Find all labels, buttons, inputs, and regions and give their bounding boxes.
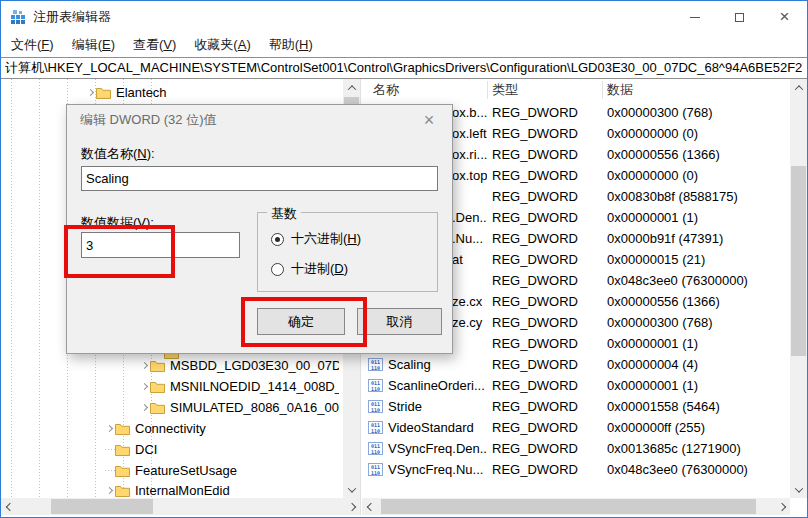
maximize-icon: [735, 13, 744, 22]
reg-dword-icon: [368, 358, 383, 371]
column-header-name[interactable]: 名称: [373, 79, 399, 101]
tree-item-label: Elantech: [116, 85, 167, 100]
value-name-input[interactable]: [81, 166, 438, 191]
tree-guide-line: [11, 79, 12, 497]
folder-icon: [115, 423, 130, 435]
reg-dword-icon: [368, 421, 383, 434]
scroll-right-button[interactable]: [773, 498, 790, 515]
registry-editor-window: 注册表编辑器 文件(F) 编辑(E) 查看(V) 收藏夹(A) 帮助(H): [0, 0, 808, 518]
menu-edit[interactable]: 编辑(E): [63, 33, 124, 57]
tree-item-label: SIMULATED_8086_0A16_0000000: [170, 400, 339, 415]
column-header-data[interactable]: 数据: [607, 79, 633, 101]
expand-chevron-icon[interactable]: [139, 377, 150, 396]
value-row-stride[interactable]: StrideREG_DWORD0x00001558 (5464): [362, 396, 790, 417]
scroll-up-button[interactable]: [343, 79, 360, 96]
window-title: 注册表编辑器: [33, 8, 111, 26]
value-name-label: 数值名称(N):: [81, 145, 155, 163]
minimize-icon: [690, 17, 700, 18]
value-row-scaling[interactable]: ScalingREG_DWORD0x00000004 (4): [362, 354, 790, 375]
dialog-close-icon[interactable]: [407, 106, 451, 134]
expand-chevron-icon[interactable]: [139, 398, 150, 417]
folder-icon: [115, 444, 130, 456]
radio-button-icon: [271, 233, 284, 246]
dialog-title: 编辑 DWORD (32 位)值: [80, 105, 217, 135]
column-separator[interactable]: [487, 81, 488, 99]
scrollbar-thumb[interactable]: [51, 499, 153, 514]
radio-button-icon: [271, 263, 284, 276]
value-row-videostandard[interactable]: VideoStandardREG_DWORD0x000000ff (255): [362, 417, 790, 438]
dialog-title-bar: 编辑 DWORD (32 位)值: [67, 105, 452, 135]
highlight-ok-button-box: [241, 297, 367, 347]
scrollbar-thumb[interactable]: [791, 166, 806, 356]
menu-bar: 文件(F) 编辑(E) 查看(V) 收藏夹(A) 帮助(H): [1, 33, 807, 57]
scrollbar-thumb[interactable]: [381, 499, 756, 514]
column-header-type[interactable]: 类型: [492, 79, 518, 101]
tree-item-msbdd[interactable]: MSBDD_LGD03E30_00_07DC_68_: [139, 356, 339, 375]
scroll-left-button[interactable]: [362, 498, 379, 515]
expand-chevron-icon: [104, 440, 115, 459]
close-icon: [780, 12, 790, 22]
value-row-vsyncfreq-den[interactable]: VSyncFreq.Den...REG_DWORD0x0013685c (127…: [362, 438, 790, 459]
folder-icon: [115, 485, 130, 497]
tree-item-dci[interactable]: DCI: [104, 440, 339, 459]
address-bar: [1, 57, 807, 79]
scroll-down-button[interactable]: [343, 481, 360, 498]
menu-help[interactable]: 帮助(H): [260, 33, 322, 57]
tree-item-label: InternalMonEdid: [135, 483, 230, 498]
scroll-up-button[interactable]: [790, 79, 807, 96]
reg-dword-icon: [368, 379, 383, 392]
base-group-label: 基数: [267, 205, 301, 223]
expand-chevron-icon: [104, 461, 115, 480]
tree-item-elantech[interactable]: Elantech: [85, 83, 339, 102]
menu-view[interactable]: 查看(V): [124, 33, 185, 57]
reg-dword-icon: [368, 442, 383, 455]
folder-icon: [150, 381, 165, 393]
highlight-value-data-box: [64, 225, 175, 278]
tree-item-msnilnoedid[interactable]: MSNILNOEDID_1414_008D_FFFF: [139, 377, 339, 396]
folder-icon: [150, 360, 165, 372]
reg-dword-icon: [368, 463, 383, 476]
list-header: 名称 类型 数据: [362, 79, 790, 101]
values-horizontal-scrollbar[interactable]: [362, 498, 790, 515]
registry-editor-icon: [10, 9, 26, 25]
value-row-vsyncfreq-nu[interactable]: VSyncFreq.Nu...REG_DWORD0x048c3ee0 (7630…: [362, 459, 790, 480]
scroll-down-button[interactable]: [790, 481, 807, 498]
reg-dword-icon: [368, 400, 383, 413]
column-separator[interactable]: [602, 81, 603, 99]
tree-item-label: FeatureSetUsage: [135, 463, 237, 478]
expand-chevron-icon[interactable]: [104, 419, 115, 438]
value-row-scanlineordering[interactable]: ScanlineOrderi...REG_DWORD0x00000001 (1): [362, 375, 790, 396]
tree-item-label: MSBDD_LGD03E30_00_07DC_68_: [170, 358, 339, 373]
folder-icon: [115, 465, 130, 477]
scroll-left-button[interactable]: [1, 498, 18, 515]
tree-item-featuresetusage[interactable]: FeatureSetUsage: [104, 461, 339, 480]
tree-item-label: Connectivity: [135, 421, 206, 436]
tree-item-label: DCI: [135, 442, 157, 457]
tree-item-label: MSNILNOEDID_1414_008D_FFFF: [170, 379, 339, 394]
folder-icon: [150, 402, 165, 414]
folder-icon: [96, 87, 111, 99]
tree-horizontal-scrollbar[interactable]: [1, 498, 360, 515]
radio-hexadecimal[interactable]: 十六进制(H): [271, 229, 361, 249]
tree-item-simulated[interactable]: SIMULATED_8086_0A16_0000000: [139, 398, 339, 417]
base-group: 基数 十六进制(H) 十进制(D): [257, 212, 438, 292]
expand-chevron-icon[interactable]: [139, 356, 150, 375]
tree-guide-line: [39, 79, 40, 497]
values-vertical-scrollbar[interactable]: [790, 79, 807, 498]
close-button[interactable]: [762, 1, 807, 33]
cancel-button[interactable]: 取消: [357, 308, 442, 335]
radio-decimal[interactable]: 十进制(D): [271, 259, 348, 279]
title-bar: 注册表编辑器: [1, 1, 807, 33]
minimize-button[interactable]: [672, 1, 717, 33]
expand-chevron-icon[interactable]: [85, 83, 96, 102]
maximize-button[interactable]: [717, 1, 762, 33]
registry-path-input[interactable]: [1, 57, 807, 79]
scroll-right-button[interactable]: [343, 498, 360, 515]
tree-item-connectivity[interactable]: Connectivity: [104, 419, 339, 438]
menu-favorites[interactable]: 收藏夹(A): [185, 33, 259, 57]
menu-file[interactable]: 文件(F): [2, 33, 63, 57]
